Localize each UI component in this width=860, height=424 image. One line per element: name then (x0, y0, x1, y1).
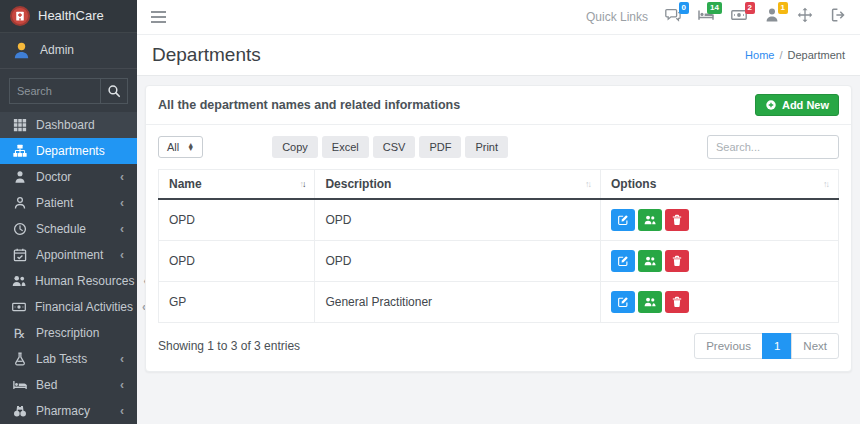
card-title: All the department names and related inf… (158, 98, 460, 112)
chevron-left-icon: ‹ (120, 404, 127, 418)
cell-name: OPD (159, 199, 315, 241)
edit-button[interactable] (611, 250, 635, 272)
assign-users-button[interactable] (638, 209, 662, 231)
sidebar-item-appointment[interactable]: Appointment ‹ (0, 242, 137, 268)
departments-card: All the department names and related inf… (145, 85, 852, 372)
select-arrows-icon: ▲▼ (187, 143, 194, 151)
sidebar-item-departments[interactable]: Departments (0, 138, 137, 164)
chevron-left-icon: ‹ (120, 352, 127, 366)
messages-button[interactable]: 0 (665, 7, 681, 27)
pdf-button[interactable]: PDF (419, 136, 461, 158)
expand-arrows-icon (797, 7, 813, 23)
plus-circle-icon (765, 99, 777, 111)
assign-users-button[interactable] (638, 291, 662, 313)
cell-description: OPD (315, 199, 601, 241)
pagination-next[interactable]: Next (791, 333, 839, 359)
chevron-left-icon: ‹ (120, 196, 127, 210)
sidebar-item-lab-tests[interactable]: Lab Tests ‹ (0, 346, 137, 372)
table-info: Showing 1 to 3 of 3 entries (158, 339, 300, 353)
edit-icon (617, 296, 629, 308)
card-header: All the department names and related inf… (146, 86, 851, 125)
print-button[interactable]: Print (465, 136, 508, 158)
calendar-icon (12, 248, 27, 262)
breadcrumb-separator: / (779, 49, 782, 61)
cell-name: OPD (159, 241, 315, 282)
fullscreen-button[interactable] (797, 7, 813, 27)
table-search-input[interactable] (707, 135, 839, 159)
payments-button[interactable]: 2 (731, 7, 747, 27)
admin-name: Admin (40, 43, 74, 57)
assign-users-button[interactable] (638, 250, 662, 272)
users-badge: 1 (778, 2, 788, 14)
admin-avatar-icon (12, 41, 31, 60)
sidebar-item-financial-activities[interactable]: Financial Activities ‹ (0, 294, 137, 320)
page-length-value: All (167, 141, 179, 153)
edit-icon (617, 214, 629, 226)
users-icon (644, 214, 656, 226)
delete-button[interactable] (665, 250, 689, 272)
bed-icon (12, 378, 27, 392)
table-footer: Showing 1 to 3 of 3 entries Previous 1 N… (158, 333, 839, 359)
flask-icon (12, 352, 27, 366)
edit-button[interactable] (611, 209, 635, 231)
sidebar-search-input[interactable] (10, 79, 100, 103)
users-icon (644, 296, 656, 308)
sort-icon: ↑↓ (823, 179, 828, 189)
beds-button[interactable]: 14 (698, 7, 714, 27)
breadcrumb-home-link[interactable]: Home (745, 49, 774, 61)
logout-button[interactable] (830, 7, 846, 27)
excel-button[interactable]: Excel (322, 136, 369, 158)
edit-button[interactable] (611, 291, 635, 313)
top-navbar: Quick Links 0 14 2 1 (137, 0, 860, 35)
sidebar-item-bed[interactable]: Bed ‹ (0, 372, 137, 398)
column-header-description[interactable]: Description ↑↓ (315, 170, 601, 200)
sidebar-item-doctor[interactable]: Doctor ‹ (0, 164, 137, 190)
cell-description: OPD (315, 241, 601, 282)
copy-button[interactable]: Copy (272, 136, 318, 158)
cell-name: GP (159, 282, 315, 323)
sidebar-item-label: Financial Activities (35, 300, 133, 314)
chevron-left-icon: ‹ (120, 378, 127, 392)
app-logo[interactable]: HealthCare (0, 0, 137, 33)
column-header-name[interactable]: Name ↑↓ (159, 170, 315, 200)
pagination-page-1[interactable]: 1 (762, 333, 792, 359)
breadcrumb: Home / Department (745, 49, 845, 61)
delete-button[interactable] (665, 209, 689, 231)
payments-badge: 2 (745, 2, 755, 14)
quick-links[interactable]: Quick Links (586, 10, 648, 24)
sidebar-item-patient[interactable]: Patient ‹ (0, 190, 137, 216)
sidebar-item-label: Bed (36, 378, 111, 392)
sidebar-item-dashboard[interactable]: Dashboard (0, 112, 137, 138)
sidebar-item-human-resources[interactable]: Human Resources ‹ (0, 268, 137, 294)
patient-icon (12, 196, 27, 210)
users-icon (12, 274, 26, 288)
admin-profile[interactable]: Admin (0, 33, 137, 70)
table-toolbar: All ▲▼ Copy Excel CSV PDF Print (158, 135, 839, 159)
search-icon[interactable] (100, 79, 127, 103)
sidebar-item-prescription[interactable]: ℞ Prescription (0, 320, 137, 346)
sidebar-item-pharmacy[interactable]: Pharmacy ‹ (0, 398, 137, 424)
column-header-options[interactable]: Options ↑↓ (600, 170, 838, 200)
delete-button[interactable] (665, 291, 689, 313)
rx-icon: ℞ (12, 327, 27, 340)
cell-options (600, 241, 838, 282)
pagination-previous[interactable]: Previous (694, 333, 763, 359)
users-button[interactable]: 1 (764, 7, 780, 27)
card-body: All ▲▼ Copy Excel CSV PDF Print (146, 125, 851, 371)
sidebar-item-schedule[interactable]: Schedule ‹ (0, 216, 137, 242)
trash-icon (671, 214, 683, 226)
cell-description: General Practitioner (315, 282, 601, 323)
table-row: OPD OPD (159, 241, 839, 282)
table-search (707, 135, 839, 159)
trash-icon (671, 296, 683, 308)
sidebar-item-label: Pharmacy (36, 404, 111, 418)
export-buttons: Copy Excel CSV PDF Print (272, 136, 638, 158)
hospital-logo-icon (10, 6, 30, 26)
hamburger-menu-icon[interactable] (151, 11, 166, 23)
chevron-left-icon: ‹ (120, 248, 127, 262)
add-new-button[interactable]: Add New (755, 94, 839, 116)
page-length-select[interactable]: All ▲▼ (158, 136, 203, 158)
csv-button[interactable]: CSV (373, 136, 416, 158)
cell-options (600, 199, 838, 241)
sidebar-item-label: Patient (36, 196, 111, 210)
